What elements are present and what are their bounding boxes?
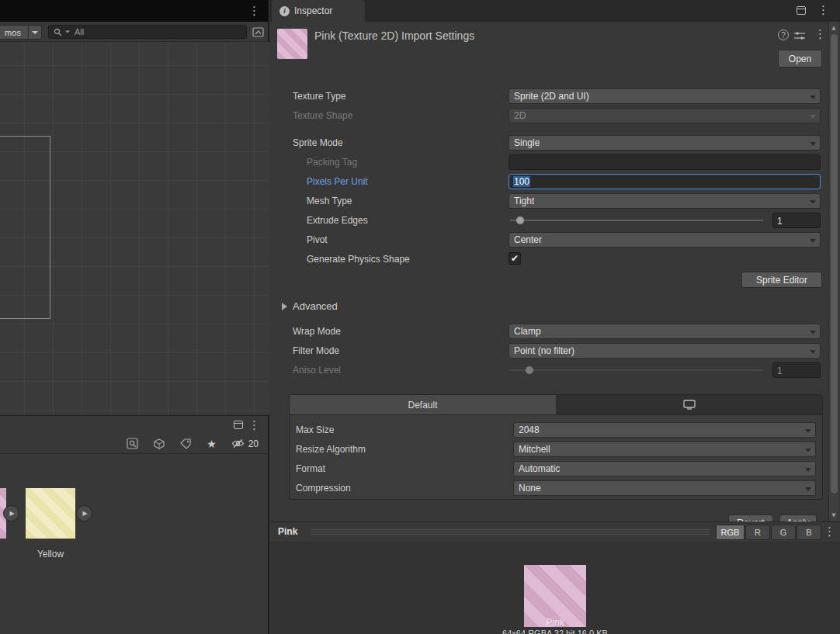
tab-standalone-platform[interactable] (556, 395, 822, 414)
filter-mode-value: Point (no filter) (514, 345, 574, 356)
texture-type-value: Sprite (2D and UI) (514, 91, 589, 102)
project-menu-icon[interactable]: ⋮ (248, 420, 260, 431)
sprite-mode-value: Single (514, 137, 540, 148)
channel-g-button[interactable]: G (771, 525, 796, 540)
sprite-editor-button[interactable]: Sprite Editor (741, 272, 822, 288)
chevron-down-icon (32, 31, 38, 34)
channel-b-button[interactable]: B (797, 525, 821, 540)
favorites-filter-icon[interactable]: ★ (205, 437, 219, 451)
chevron-down-icon (810, 200, 816, 204)
packing-tag-label: Packing Tag (307, 157, 357, 168)
tab-inspector[interactable]: i Inspector (272, 0, 365, 22)
scroll-down-icon[interactable]: ▼ (829, 512, 838, 518)
sprite-bounds-outline (0, 136, 50, 319)
preview-title: Pink (278, 526, 297, 537)
format-label: Format (296, 463, 325, 474)
wrap-mode-value: Clamp (514, 326, 541, 337)
scene-capture-icon[interactable] (251, 26, 265, 38)
scene-search-input[interactable]: All (48, 25, 247, 39)
preview-resize-grip[interactable] (311, 529, 710, 536)
chevron-down-icon (810, 350, 816, 354)
chevron-down-icon (810, 142, 816, 146)
compression-label: Compression (296, 483, 351, 494)
chevron-down-icon (810, 239, 816, 243)
sprite-mode-dropdown[interactable]: Single (509, 135, 821, 151)
import-settings-header: Pink (Texture 2D) Import Settings ? ⋮ Op… (270, 22, 840, 76)
chevron-down-icon (810, 115, 816, 119)
tab-default-platform[interactable]: Default (290, 395, 556, 414)
channel-rgb-button[interactable]: RGB (716, 525, 745, 540)
texture-shape-label: Texture Shape (293, 110, 352, 121)
texture-type-label: Texture Type (293, 91, 345, 102)
scroll-up-icon[interactable]: ▲ (829, 25, 838, 31)
open-button[interactable]: Open (778, 50, 822, 68)
compression-value: None (519, 483, 541, 494)
scene-view-viewport[interactable] (0, 42, 269, 415)
aniso-level-value: 1 (772, 362, 821, 378)
compression-dropdown[interactable]: None (513, 480, 816, 496)
aniso-level-slider: 1 (509, 362, 821, 378)
mesh-type-value: Tight (514, 196, 534, 206)
pixels-per-unit-label: Pixels Per Unit (307, 176, 368, 187)
channel-buttons: RGB R G B (716, 525, 821, 540)
inspector-panel: i Inspector ⋮ Pink (Texture 2D) Import S… (270, 0, 840, 634)
prefab-filter-icon[interactable] (152, 437, 166, 451)
filter-mode-dropdown[interactable]: Point (no filter) (509, 343, 821, 359)
preview-menu-icon[interactable]: ⋮ (824, 526, 835, 538)
extrude-edges-label: Extrude Edges (307, 215, 368, 226)
preview-header: Pink RGB R G B ⋮ (270, 521, 840, 542)
advanced-foldout[interactable]: Advanced (270, 300, 840, 314)
scene-view-titlebar: ⋮ (0, 0, 268, 22)
channel-r-button[interactable]: R (745, 525, 770, 540)
wrap-mode-dropdown[interactable]: Clamp (509, 324, 821, 339)
max-size-dropdown[interactable]: 2048 (513, 422, 816, 438)
dock-icon[interactable] (234, 421, 243, 429)
extrude-edges-slider[interactable]: 1 (509, 213, 821, 228)
inspector-scrollbar[interactable]: ▲ ▼ (828, 22, 838, 521)
extrude-edges-value[interactable]: 1 (772, 213, 821, 228)
search-picker-icon[interactable] (126, 437, 140, 451)
pivot-dropdown[interactable]: Center (509, 232, 821, 248)
texture-shape-value: 2D (514, 110, 526, 121)
slider-handle[interactable] (516, 217, 524, 224)
max-size-value: 2048 (519, 424, 540, 435)
pink-sprite-expander-button[interactable]: ▶ (3, 505, 19, 521)
texture-shape-dropdown: 2D (509, 108, 821, 123)
foldout-arrow-icon (282, 303, 287, 310)
mesh-type-dropdown[interactable]: Tight (509, 193, 821, 209)
aniso-level-label: Aniso Level (293, 365, 341, 376)
yellow-sprite-thumbnail[interactable] (26, 488, 75, 539)
format-dropdown[interactable]: Automatic (513, 461, 816, 476)
texture-type-dropdown[interactable]: Sprite (2D and UI) (509, 88, 821, 104)
scene-view-toolbar: mos All (0, 22, 268, 42)
resize-algorithm-dropdown[interactable]: Mitchell (513, 442, 816, 457)
project-toolbar: ★ 20 (0, 434, 268, 454)
inspector-tabbar: i Inspector ⋮ (270, 0, 840, 22)
pixels-per-unit-input[interactable]: 100 (509, 174, 821, 189)
hidden-object-count[interactable]: 20 (231, 437, 259, 451)
gizmos-dropdown[interactable]: mos (0, 25, 42, 40)
resize-algorithm-label: Resize Algorithm (296, 444, 366, 455)
help-icon[interactable]: ? (778, 29, 789, 40)
search-filter-label: All (75, 27, 84, 36)
scrollbar-thumb[interactable] (831, 34, 838, 494)
info-icon: i (279, 6, 290, 16)
advanced-label: Advanced (293, 300, 338, 312)
label-filter-icon[interactable] (179, 437, 193, 451)
chevron-down-icon (805, 449, 811, 452)
mesh-type-label: Mesh Type (307, 196, 352, 206)
resize-algorithm-value: Mitchell (519, 444, 550, 455)
yellow-sprite-expander-button[interactable]: ▶ (76, 505, 92, 521)
wrap-mode-label: Wrap Mode (293, 326, 341, 337)
packing-tag-input[interactable] (509, 154, 821, 170)
platform-tabs: Default (290, 395, 822, 415)
gizmos-label: mos (0, 28, 28, 37)
preview-viewport[interactable]: Pink 64x64 RGBA 32 bit 16.0 KB (270, 542, 840, 634)
presets-icon[interactable] (793, 29, 806, 42)
generate-physics-shape-checkbox[interactable]: ✔ (509, 252, 521, 265)
header-menu-icon[interactable]: ⋮ (814, 29, 826, 40)
scene-menu-icon[interactable]: ⋮ (248, 5, 260, 17)
inspector-menu-icon[interactable]: ⋮ (817, 5, 829, 16)
dock-icon[interactable] (797, 6, 806, 15)
search-filter-chevron-icon[interactable] (65, 30, 70, 33)
